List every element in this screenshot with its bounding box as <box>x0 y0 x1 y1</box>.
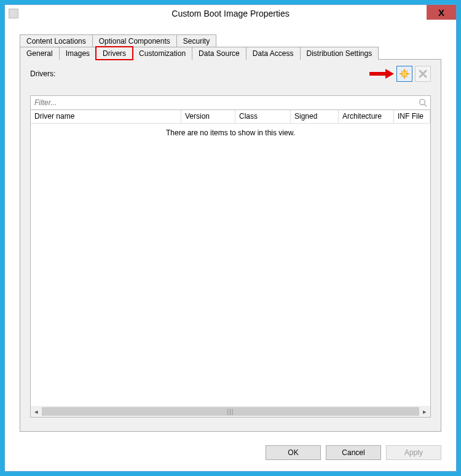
tab-body-drivers: Drivers: <box>20 59 441 432</box>
tab-content-locations[interactable]: Content Locations <box>20 34 93 47</box>
scroll-track[interactable]: ||| <box>42 406 419 417</box>
tab-row-2: GeneralImagesDriversCustomizationData So… <box>20 47 441 60</box>
col-class[interactable]: Class <box>235 110 291 123</box>
col-version[interactable]: Version <box>181 110 235 123</box>
add-driver-button[interactable] <box>396 66 412 82</box>
col-driver-name[interactable]: Driver name <box>31 110 181 123</box>
dialog-buttons: OK Cancel Apply <box>266 445 441 460</box>
col-architecture[interactable]: Architecture <box>339 110 394 123</box>
grip-icon: ||| <box>227 408 234 415</box>
tab-general[interactable]: General <box>20 47 60 60</box>
search-icon <box>416 98 430 108</box>
chevron-left-icon: ◂ <box>34 408 38 416</box>
tabs: Content LocationsOptional ComponentsSecu… <box>20 34 441 432</box>
chevron-right-icon: ▸ <box>423 408 427 416</box>
tab-distribution-settings[interactable]: Distribution Settings <box>300 47 379 60</box>
filter-row <box>30 95 431 110</box>
titlebar: Custom Boot Image Properties X <box>5 5 456 22</box>
tab-customization[interactable]: Customization <box>132 47 192 60</box>
tab-data-source[interactable]: Data Source <box>192 47 246 60</box>
annotation-arrow <box>369 68 394 80</box>
tab-images[interactable]: Images <box>59 47 97 60</box>
svg-point-10 <box>403 72 407 76</box>
star-icon <box>399 68 410 79</box>
scroll-right-button[interactable]: ▸ <box>419 406 430 417</box>
col-inf-file[interactable]: INF File <box>394 110 430 123</box>
tab-optional-components[interactable]: Optional Components <box>92 34 177 47</box>
scroll-left-button[interactable]: ◂ <box>31 406 42 417</box>
list-header: Driver name Version Class Signed Archite… <box>31 110 430 124</box>
filter-input[interactable] <box>31 97 416 109</box>
svg-point-11 <box>420 100 425 105</box>
tab-security[interactable]: Security <box>176 34 216 47</box>
toolbar <box>369 66 431 82</box>
drivers-list[interactable]: Driver name Version Class Signed Archite… <box>30 110 431 418</box>
horizontal-scrollbar[interactable]: ◂ ||| ▸ <box>31 406 430 417</box>
close-button[interactable]: X <box>427 5 456 20</box>
cancel-button[interactable]: Cancel <box>326 445 381 460</box>
dialog-window: Custom Boot Image Properties X Content L… <box>4 4 457 472</box>
empty-message: There are no items to show in this view. <box>31 129 430 137</box>
tab-row-1: Content LocationsOptional ComponentsSecu… <box>20 34 441 47</box>
col-signed[interactable]: Signed <box>291 110 339 123</box>
delete-driver-button <box>415 66 431 82</box>
window-title: Custom Boot Image Properties <box>5 9 456 18</box>
svg-line-12 <box>425 105 427 107</box>
svg-marker-1 <box>385 69 394 79</box>
scroll-thumb[interactable]: ||| <box>42 407 419 416</box>
ok-button[interactable]: OK <box>266 445 321 460</box>
tab-drivers[interactable]: Drivers <box>96 47 133 60</box>
close-icon: X <box>438 7 444 18</box>
tab-data-access[interactable]: Data Access <box>246 47 301 60</box>
svg-rect-0 <box>369 72 385 76</box>
apply-button: Apply <box>386 445 441 460</box>
x-icon <box>418 69 428 79</box>
